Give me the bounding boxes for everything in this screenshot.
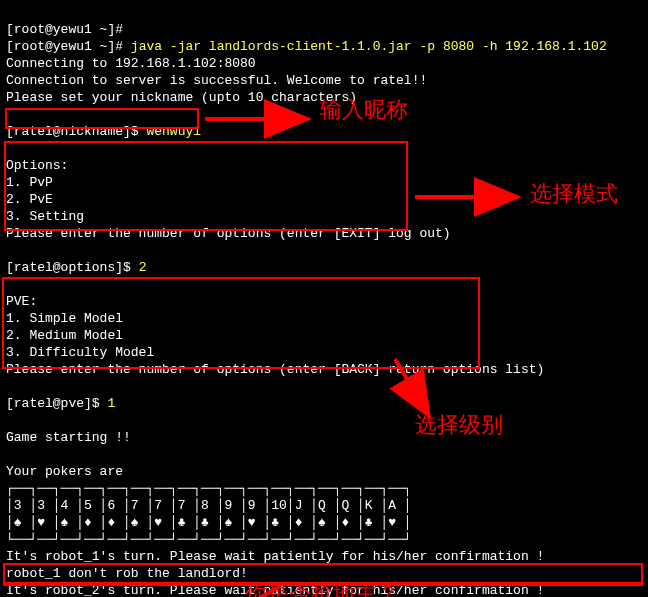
pve-input[interactable]: 1: [107, 396, 115, 411]
nickname-input[interactable]: wenwuyi: [146, 124, 201, 139]
shell-prompt: [root@yewu1 ~]#: [6, 22, 123, 37]
pve-item: 1. Simple Model: [6, 311, 123, 326]
shell-prompt: [root@yewu1 ~]#: [6, 39, 131, 54]
option-item: 3. Setting: [6, 209, 84, 224]
robot1-result: robot_1 don't rob the landlord!: [6, 566, 248, 581]
pve-item: 2. Medium Model: [6, 328, 123, 343]
robot2-turn: It's robot_2's turn. Please wait patient…: [6, 583, 544, 597]
options-prompt: [ratel@options]$: [6, 260, 139, 275]
card-border-bottom: └──┘──┘──┘──┘──┘──┘──┘──┘──┘──┘──┘──┘──┘…: [6, 532, 412, 547]
card-values: │3 │3 │4 │5 │6 │7 │7 │7 │8 │9 │9 │10│J │…: [6, 498, 412, 513]
pve-prompt: [ratel@pve]$: [6, 396, 107, 411]
card-suits: │♠ │♥ │♠ │♦ │♦ │♠ │♥ │♣ │♣ │♠ │♥ │♣ │♦ │…: [6, 515, 412, 530]
options-hint: Please enter the number of options (ente…: [6, 226, 451, 241]
options-input[interactable]: 2: [139, 260, 147, 275]
output-line: Please set your nickname (upto 10 charac…: [6, 90, 357, 105]
pve-item: 3. Difficulty Model: [6, 345, 154, 360]
option-item: 1. PvP: [6, 175, 53, 190]
options-header: Options:: [6, 158, 68, 173]
terminal[interactable]: [root@yewu1 ~]# [root@yewu1 ~]# java -ja…: [0, 0, 648, 597]
option-item: 2. PvE: [6, 192, 53, 207]
card-border-top: ┌──┐──┐──┐──┐──┐──┐──┐──┐──┐──┐──┐──┐──┐…: [6, 481, 412, 496]
nickname-prompt: [ratel@nickname]$: [6, 124, 146, 139]
command: java -jar landlords-client-1.1.0.jar -p …: [131, 39, 607, 54]
pve-header: PVE:: [6, 294, 37, 309]
pve-hint: Please enter the number of options (ente…: [6, 362, 544, 377]
robot1-turn: It's robot_1's turn. Please wait patient…: [6, 549, 544, 564]
output-line: Connection to server is successful. Welc…: [6, 73, 427, 88]
output-line: Connecting to 192.168.1.102:8080: [6, 56, 256, 71]
game-starting: Game starting !!: [6, 430, 131, 445]
pokers-header: Your pokers are: [6, 464, 123, 479]
